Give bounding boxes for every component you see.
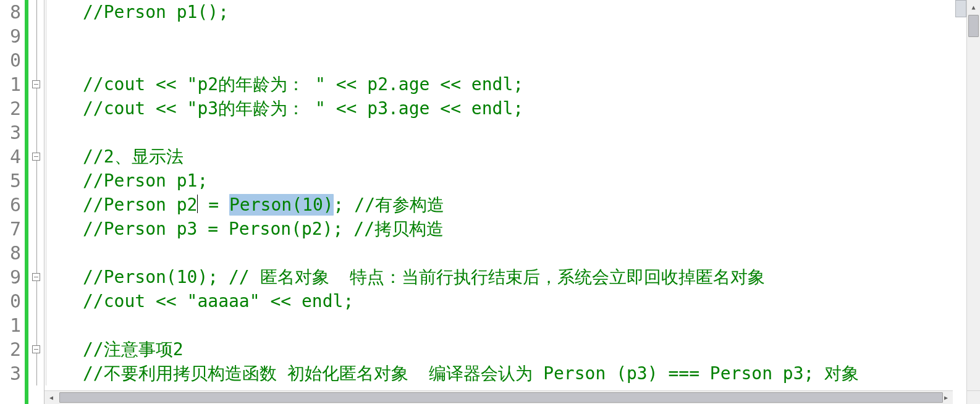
comment-text: //注意事项2 — [83, 338, 184, 361]
comment-text: //cout << "p2的年龄为： " << p2.age << endl; — [83, 73, 523, 96]
comment-text: //Person p2 — [83, 195, 197, 215]
chevron-up-icon: ▲ — [971, 4, 975, 11]
indent-guide — [46, 0, 46, 385]
code-line[interactable]: //注意事项2 — [52, 337, 966, 361]
code-line[interactable]: //Person p1; — [52, 169, 966, 193]
comment-text: //Person p1(); — [83, 2, 229, 22]
code-line[interactable] — [52, 120, 966, 145]
comment-text: = — [198, 195, 229, 215]
code-line[interactable] — [52, 313, 966, 337]
code-line[interactable]: //cout << "p3的年龄为： " << p3.age << endl; — [52, 96, 966, 120]
line-number: 2 — [0, 337, 25, 361]
horizontal-scroll-track[interactable] — [58, 391, 939, 404]
chevron-right-icon: ▶ — [944, 394, 948, 401]
line-number: 1 — [0, 313, 25, 337]
code-line[interactable]: //cout << "aaaaa" << endl; — [52, 289, 966, 313]
code-line[interactable]: //2、显示法 — [52, 145, 966, 169]
scroll-up-button[interactable]: ▲ — [967, 0, 980, 14]
line-number: 8 — [0, 0, 25, 24]
line-number: 8 — [0, 241, 25, 265]
chevron-left-icon: ◀ — [49, 394, 53, 401]
code-line[interactable] — [52, 24, 966, 48]
scrollbar-corner — [966, 390, 980, 404]
scroll-left-button[interactable]: ◀ — [44, 391, 58, 405]
code-line[interactable]: //Person p3 = Person(p2); //拷贝构造 — [52, 217, 966, 241]
fold-toggle-icon[interactable] — [32, 273, 40, 281]
vertical-scrollbar[interactable]: ▲ ▼ — [966, 0, 980, 404]
comment-text: ; //有参构造 — [334, 193, 444, 217]
line-number: 4 — [0, 145, 25, 169]
horizontal-scrollbar[interactable]: ◀ ▶ — [44, 390, 953, 404]
vertical-scroll-track[interactable] — [967, 14, 980, 390]
line-number: 9 — [0, 265, 25, 289]
comment-text: //Person p1; — [83, 170, 208, 191]
comment-text: //cout << "p3的年龄为： " << p3.age << endl; — [83, 97, 523, 120]
line-number: 9 — [0, 24, 25, 48]
selection-highlight: Person(10) — [229, 194, 334, 216]
code-line[interactable] — [52, 48, 966, 72]
fold-toggle-icon[interactable] — [32, 80, 40, 88]
code-line[interactable]: //Person p2 = Person(10); //有参构造 — [52, 193, 966, 217]
code-editor: 8 9 0 1 2 3 4 5 6 7 8 9 0 1 2 3 — [0, 0, 980, 404]
line-number: 5 — [0, 169, 25, 193]
vertical-scroll-thumb[interactable] — [968, 15, 979, 37]
line-number: 0 — [0, 48, 25, 72]
fold-toggle-icon[interactable] — [32, 153, 40, 161]
fold-toggle-icon[interactable] — [32, 345, 40, 353]
line-number: 2 — [0, 96, 25, 120]
code-line[interactable]: //不要利用拷贝构造函数 初始化匿名对象 编译器会认为 Person (p3) … — [52, 361, 966, 385]
code-line[interactable]: //Person p1(); — [52, 0, 966, 24]
line-number: 3 — [0, 120, 25, 145]
line-number-gutter: 8 9 0 1 2 3 4 5 6 7 8 9 0 1 2 3 — [0, 0, 25, 404]
text-caret — [197, 195, 198, 213]
comment-text: //不要利用拷贝构造函数 初始化匿名对象 编译器会认为 Person (p3) … — [83, 362, 859, 385]
code-line[interactable]: //Person(10); // 匿名对象 特点：当前行执行结束后，系统会立即回… — [52, 265, 966, 289]
comment-text: //cout << "aaaaa" << endl; — [83, 291, 353, 311]
line-number: 3 — [0, 361, 25, 385]
code-text-area[interactable]: //Person p1(); //cout << "p2的年龄为： " << p… — [44, 0, 966, 404]
comment-text: //Person(10); // 匿名对象 特点：当前行执行结束后，系统会立即回… — [83, 266, 765, 289]
line-number: 1 — [0, 72, 25, 96]
horizontal-scroll-thumb[interactable] — [59, 392, 943, 403]
overview-ruler[interactable] — [955, 0, 966, 17]
comment-text: //2、显示法 — [83, 145, 184, 169]
line-number: 0 — [0, 289, 25, 313]
line-number: 7 — [0, 217, 25, 241]
line-number: 6 — [0, 193, 25, 217]
comment-text: //Person p3 = Person(p2); //拷贝构造 — [83, 217, 444, 241]
code-line[interactable]: //cout << "p2的年龄为： " << p2.age << endl; — [52, 72, 966, 96]
fold-margin — [28, 0, 44, 404]
code-line[interactable] — [52, 241, 966, 265]
